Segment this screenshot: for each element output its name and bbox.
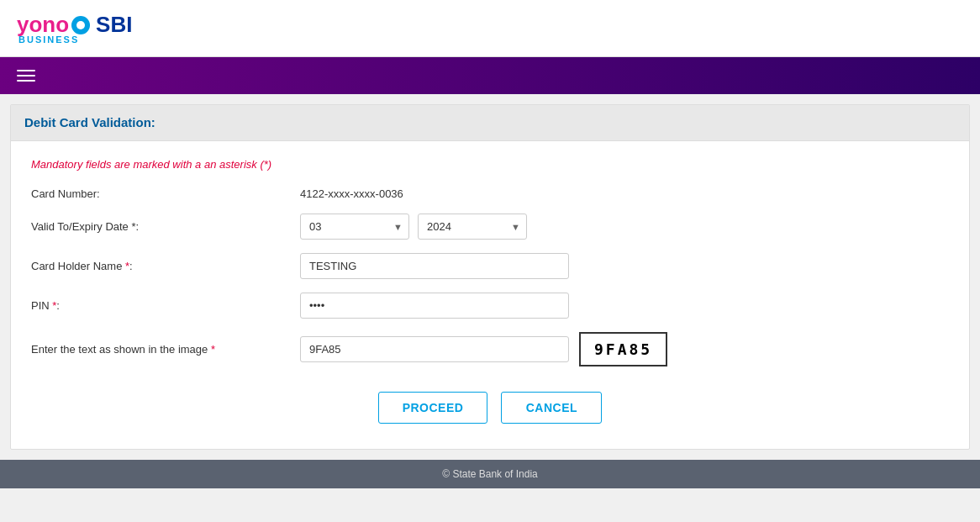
captcha-input[interactable] <box>300 336 569 362</box>
captcha-label: Enter the text as shown in the image * <box>31 343 300 356</box>
footer-text: © State Bank of India <box>442 468 538 480</box>
card-holder-name-label: Card Holder Name *: <box>31 260 300 272</box>
mandatory-note: Mandatory fields are marked with a an as… <box>31 158 949 171</box>
expiry-month-wrapper: 01 02 03 04 05 06 07 08 09 10 11 12 <box>300 214 409 240</box>
captcha-controls: 9FA85 <box>300 332 667 366</box>
expiry-year-select[interactable]: 2023 2024 2025 2026 2027 <box>418 214 527 240</box>
debit-card-validation-card: Debit Card Validation: Mandatory fields … <box>10 104 970 450</box>
card-holder-name-input[interactable] <box>300 253 569 279</box>
pin-required-asterisk: * <box>52 299 56 312</box>
card-number-label: Card Number: <box>31 187 300 200</box>
pin-input[interactable] <box>300 293 569 319</box>
hamburger-menu-button[interactable] <box>13 66 39 85</box>
card-number-row: Card Number: 4122-xxxx-xxxx-0036 <box>31 187 949 200</box>
captcha-image: 9FA85 <box>579 332 667 366</box>
required-asterisk: * <box>125 260 129 272</box>
section-title: Debit Card Validation: <box>24 115 155 129</box>
card-number-value: 4122-xxxx-xxxx-0036 <box>300 187 403 200</box>
card-header: Debit Card Validation: <box>11 105 969 141</box>
main-content: Debit Card Validation: Mandatory fields … <box>0 94 980 460</box>
expiry-date-label: Valid To/Expiry Date *: <box>31 220 300 233</box>
logo: yono SBI BUSINESS <box>17 12 132 45</box>
cancel-button[interactable]: CANCEL <box>501 392 602 424</box>
expiry-selects: 01 02 03 04 05 06 07 08 09 10 11 12 <box>300 214 527 240</box>
captcha-required-asterisk: * <box>211 343 215 356</box>
logo-sbi-icon <box>71 16 90 34</box>
navbar <box>0 57 980 94</box>
app-header: yono SBI BUSINESS <box>0 0 980 57</box>
expiry-year-wrapper: 2023 2024 2025 2026 2027 ▼ <box>418 214 527 240</box>
expiry-month-select[interactable]: 01 02 03 04 05 06 07 08 09 10 11 12 <box>300 214 409 240</box>
pin-row: PIN *: <box>31 293 949 319</box>
expiry-date-row: Valid To/Expiry Date *: 01 02 03 04 05 0… <box>31 214 949 240</box>
app-footer: © State Bank of India <box>0 460 980 488</box>
captcha-row: Enter the text as shown in the image * 9… <box>31 332 949 366</box>
proceed-button[interactable]: PROCEED <box>378 392 488 424</box>
card-holder-name-row: Card Holder Name *: <box>31 253 949 279</box>
pin-label: PIN *: <box>31 299 300 312</box>
card-body: Mandatory fields are marked with a an as… <box>11 141 969 449</box>
action-buttons: PROCEED CANCEL <box>31 392 949 424</box>
logo-business-text: BUSINESS <box>18 34 132 45</box>
